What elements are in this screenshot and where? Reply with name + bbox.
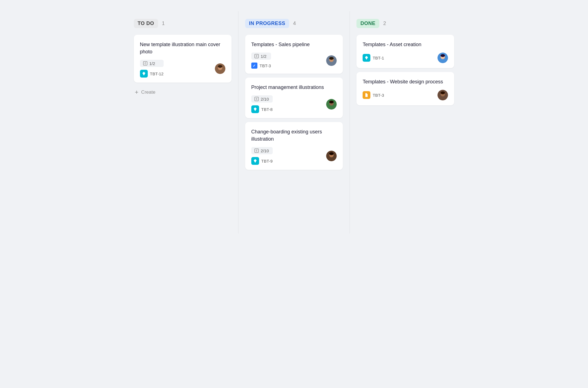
kanban-card[interactable]: Project management illustrations2/10TBT-…: [245, 78, 343, 118]
ticket-icon: [251, 105, 259, 113]
avatar: [437, 90, 448, 100]
avatar: [326, 99, 337, 110]
ticket-id: TBT-8: [261, 107, 273, 112]
card-meta: TBT-3: [363, 90, 448, 100]
svg-point-5: [218, 65, 222, 68]
checklist-count: 2/10: [261, 148, 269, 153]
create-label: Create: [141, 89, 155, 95]
column-done: DONE2Templates - Asset creationTBT-1Temp…: [350, 11, 461, 233]
checklist-icon: [254, 96, 259, 101]
ticket-id: TBT-3: [260, 63, 271, 68]
ticket-icon: [363, 91, 370, 99]
checklist-count: 2/10: [261, 97, 269, 101]
svg-rect-12: [255, 97, 259, 101]
checklist-icon: [254, 148, 259, 153]
checklist-badge: 2/10: [251, 147, 273, 154]
kanban-card[interactable]: Templates - Sales pipeline1/2TBT-3: [245, 35, 343, 74]
card-title: Change-boarding existing users illustrat…: [251, 128, 337, 143]
card-title: New template illustration main cover pho…: [140, 41, 225, 55]
checklist-badge: 1/2: [140, 60, 164, 67]
column-header-done: DONE2: [356, 19, 454, 28]
svg-point-31: [441, 91, 445, 94]
svg-point-11: [329, 57, 334, 60]
card-meta-left: 2/10TBT-8: [251, 95, 273, 113]
column-count-inprogress: 4: [293, 21, 296, 26]
kanban-card[interactable]: Templates - Asset creationTBT-1: [356, 35, 454, 68]
kanban-card[interactable]: Templates - Website design processTBT-3: [356, 72, 454, 105]
avatar: [326, 55, 337, 66]
card-title: Project management illustrations: [251, 84, 337, 91]
ticket-row: TBT-12: [140, 70, 164, 78]
card-meta-left: TBT-1: [363, 54, 384, 62]
card-meta: 2/10TBT-9: [251, 147, 337, 165]
column-title-todo: TO DO: [134, 19, 158, 28]
ticket-icon: [251, 63, 257, 69]
column-inprogress: IN PROGRESS4Templates - Sales pipeline1/…: [238, 11, 350, 233]
checklist-badge: 2/10: [251, 95, 273, 103]
checklist-icon: [143, 61, 148, 66]
column-count-todo: 1: [162, 21, 165, 26]
card-meta-left: 2/10TBT-9: [251, 147, 273, 165]
card-title: Templates - Sales pipeline: [251, 41, 337, 48]
checklist-badge: 1/2: [251, 53, 271, 60]
ticket-icon: [140, 70, 148, 78]
card-meta-left: TBT-3: [363, 91, 384, 99]
avatar: [437, 53, 448, 63]
svg-point-17: [329, 101, 334, 103]
avatar: [326, 151, 337, 161]
ticket-row: TBT-3: [251, 63, 271, 69]
ticket-row: TBT-3: [363, 91, 384, 99]
card-title: Templates - Website design process: [363, 78, 448, 85]
card-meta: 2/10TBT-8: [251, 95, 337, 113]
ticket-row: TBT-1: [363, 54, 384, 62]
column-title-inprogress: IN PROGRESS: [245, 19, 289, 28]
ticket-row: TBT-9: [251, 157, 273, 165]
card-meta: 1/2TBT-12: [140, 60, 225, 78]
card-meta-left: 1/2TBT-12: [140, 60, 164, 78]
card-meta-left: 1/2TBT-3: [251, 53, 271, 69]
ticket-icon: [251, 157, 259, 165]
svg-point-27: [441, 54, 445, 57]
column-header-todo: TO DO1: [134, 19, 232, 28]
card-meta: TBT-1: [363, 53, 448, 63]
checklist-icon: [254, 54, 259, 59]
ticket-icon: [363, 54, 370, 62]
ticket-id: TBT-12: [150, 71, 164, 76]
create-button[interactable]: +Create: [134, 86, 157, 98]
kanban-board: TO DO1New template illustration main cov…: [127, 11, 461, 233]
ticket-id: TBT-3: [373, 93, 384, 98]
ticket-id: TBT-1: [373, 56, 384, 60]
avatar: [215, 63, 225, 74]
column-todo: TO DO1New template illustration main cov…: [127, 11, 238, 233]
card-meta: 1/2TBT-3: [251, 53, 337, 69]
ticket-id: TBT-9: [261, 159, 273, 163]
svg-point-23: [329, 152, 334, 155]
column-header-inprogress: IN PROGRESS4: [245, 19, 343, 28]
card-title: Templates - Asset creation: [363, 41, 448, 48]
column-title-done: DONE: [356, 19, 379, 28]
column-count-done: 2: [383, 21, 386, 26]
plus-icon: +: [135, 89, 139, 96]
kanban-card[interactable]: New template illustration main cover pho…: [134, 35, 232, 83]
svg-rect-18: [255, 149, 259, 153]
kanban-card[interactable]: Change-boarding existing users illustrat…: [245, 122, 343, 170]
checklist-count: 1/2: [149, 61, 155, 66]
ticket-row: TBT-8: [251, 105, 273, 113]
svg-rect-6: [255, 54, 259, 58]
svg-rect-0: [143, 61, 147, 65]
checklist-count: 1/2: [261, 54, 267, 59]
